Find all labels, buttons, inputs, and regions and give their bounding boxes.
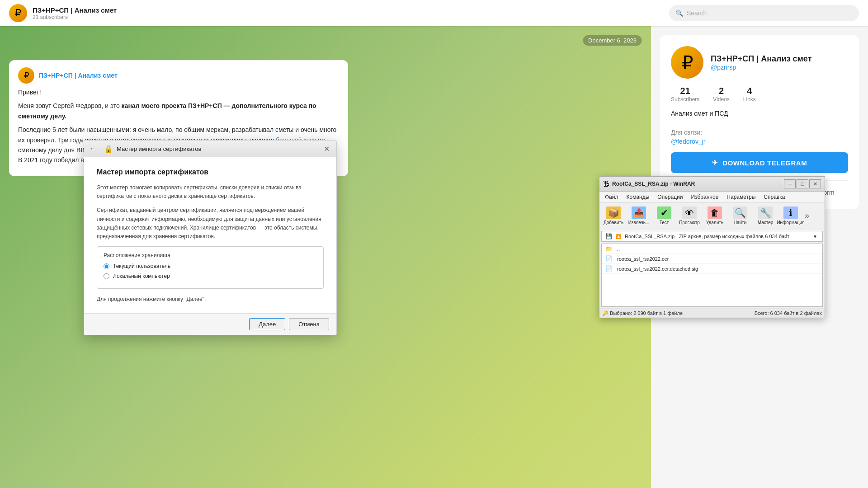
winrar-toolbar: 📦 Добавить 📤 Извлечь... ✔ Тест 👁 Просмот… — [599, 203, 825, 229]
cert-cancel-button[interactable]: Отмена — [289, 318, 329, 330]
winrar-title-icon: 🗜 — [603, 180, 609, 188]
winrar-window[interactable]: 🗜 RootCa_SSL_RSA.zip - WinRAR ─ □ ✕ Файл… — [599, 176, 825, 318]
channel-card-handle[interactable]: @pznrsp — [711, 64, 811, 71]
search-placeholder: Search — [687, 9, 707, 17]
stat-subscribers-label: Subscribers — [671, 96, 699, 103]
channel-name: ПЗ+НР+СП | Анализ смет — [33, 6, 117, 14]
winrar-status-bar: 🔑 Выбрано: 2 090 байт в 1 файле Всего: 6… — [599, 309, 825, 318]
winrar-test-icon: ✔ — [657, 206, 671, 219]
winrar-find-icon: 🔍 — [733, 206, 747, 219]
winrar-find-label: Найти — [734, 220, 747, 225]
cert-next-button[interactable]: Далее — [249, 318, 285, 330]
radio-current-user[interactable]: Текущий пользователь — [104, 263, 317, 269]
winrar-parent-dir[interactable]: 📁 .. — [602, 244, 822, 254]
winrar-file-list: 📁 .. 📄 rootca_ssl_rsa2022.cer 📄 rootca_s… — [601, 244, 823, 307]
winrar-view-icon: 👁 — [682, 206, 697, 219]
channel-title-group: ПЗ+НР+СП | Анализ смет 21 subscribers — [33, 6, 117, 20]
winrar-test-label: Тест — [660, 220, 669, 225]
winrar-file-1[interactable]: 📄 rootca_ssl_rsa2022.cer.detached.sig — [602, 264, 822, 274]
winrar-tool-wizard[interactable]: 🔧 Мастер — [753, 205, 778, 227]
search-icon: 🔍 — [675, 9, 683, 17]
channel-card-header: ₽ ПЗ+НР+СП | Анализ смет @pznrsp — [671, 46, 848, 79]
winrar-restore-button[interactable]: □ — [797, 179, 808, 188]
cert-dialog-footer: Далее Отмена — [84, 313, 336, 335]
winrar-more-tools[interactable]: » — [805, 211, 809, 221]
winrar-menu-favorites[interactable]: Избранное — [688, 192, 722, 202]
cert-dialog[interactable]: ← 🔒 Мастер импорта сертификатов ✕ Мастер… — [84, 140, 337, 335]
winrar-titlebar: 🗜 RootCa_SSL_RSA.zip - WinRAR ─ □ ✕ — [599, 177, 825, 192]
winrar-tool-info[interactable]: ℹ Информация — [778, 205, 803, 227]
winrar-view-label: Просмотр — [679, 220, 700, 225]
winrar-tool-extract[interactable]: 📤 Извлечь... — [627, 205, 651, 227]
winrar-info-label: Информация — [777, 220, 804, 225]
winrar-delete-label: Удалить — [706, 220, 723, 225]
search-bar[interactable]: 🔍 Search — [669, 5, 859, 21]
channel-contact-link[interactable]: @fedorov_jr — [671, 138, 848, 145]
winrar-menu-commands[interactable]: Команды — [623, 192, 653, 202]
winrar-status-right: Всего: 6 034 байт в 2 файлах — [755, 310, 822, 316]
msg-line-2: Меня зовут Сергей Федоров, и это канал м… — [18, 101, 339, 121]
winrar-wizard-icon: 🔧 — [758, 206, 773, 219]
winrar-menu-operations[interactable]: Операции — [654, 192, 686, 202]
winrar-tool-delete[interactable]: 🗑 Удалить — [703, 205, 727, 227]
stat-subscribers: 21 Subscribers — [671, 86, 699, 103]
stat-links-num: 4 — [743, 86, 756, 96]
stat-links-label: Links — [743, 96, 756, 103]
radio-current-user-input[interactable] — [104, 263, 109, 269]
winrar-menu-params[interactable]: Параметры — [723, 192, 759, 202]
winrar-window-buttons: ─ □ ✕ — [784, 179, 821, 188]
stat-videos-num: 2 — [713, 86, 729, 96]
winrar-path-dropdown[interactable]: ▼ — [811, 233, 819, 240]
date-label: December 6, 2023 — [583, 35, 642, 46]
winrar-delete-icon: 🗑 — [708, 206, 722, 219]
topbar: ₽ ПЗ+НР+СП | Анализ смет 21 subscribers … — [0, 0, 868, 26]
cert-dialog-body: Мастер импорта сертификатов Этот мастер … — [84, 157, 336, 313]
winrar-menu-file[interactable]: Файл — [601, 192, 622, 202]
message-sender: ПЗ+НР+СП | Анализ смет — [39, 72, 118, 79]
winrar-tool-view[interactable]: 👁 Просмотр — [677, 205, 702, 227]
channel-card-name: ПЗ+НР+СП | Анализ смет — [711, 54, 811, 64]
radio-local-computer-label: Локальный компьютер — [113, 273, 170, 279]
dialog-back-button[interactable]: ← — [90, 145, 97, 153]
channel-avatar-large: ₽ — [671, 46, 703, 79]
winrar-file-0[interactable]: 📄 rootca_ssl_rsa2022.cer — [602, 254, 822, 264]
winrar-up-button[interactable]: 🔼 — [615, 233, 622, 240]
winrar-path-bar: 💾 🔼 RootCa_SSL_RSA.zip - ZIP архив, разм… — [601, 231, 823, 242]
message-avatar: ₽ — [18, 67, 34, 84]
channel-info[interactable]: ₽ ПЗ+НР+СП | Анализ смет 21 subscribers — [9, 4, 669, 22]
winrar-status-left: 🔑 Выбрано: 2 090 байт в 1 файле — [602, 310, 753, 316]
telegram-icon: ✈ — [712, 159, 718, 167]
winrar-file-1-icon: 📄 — [605, 265, 613, 272]
winrar-tool-find[interactable]: 🔍 Найти — [728, 205, 752, 227]
radio-current-user-label: Текущий пользователь — [113, 263, 170, 269]
winrar-title-text: RootCa_SSL_RSA.zip - WinRAR — [612, 181, 784, 187]
cert-dialog-title-text: Мастер импорта сертификатов — [117, 145, 318, 152]
cert-dialog-close-button[interactable]: ✕ — [322, 144, 331, 153]
cert-dialog-heading: Мастер импорта сертификатов — [97, 168, 324, 176]
radio-local-computer[interactable]: Локальный компьютер — [104, 273, 317, 279]
cert-dialog-hint: Для продолжения нажмите кнопку "Далее". — [97, 296, 324, 302]
stat-videos: 2 Videos — [713, 86, 729, 103]
winrar-tool-test[interactable]: ✔ Тест — [652, 205, 676, 227]
winrar-menu-help[interactable]: Справка — [760, 192, 788, 202]
cert-dialog-title-icon: 🔒 — [104, 145, 113, 153]
winrar-path-text: RootCa_SSL_RSA.zip - ZIP архив, размер и… — [625, 234, 789, 239]
winrar-parent-dir-name: .. — [617, 246, 819, 252]
winrar-close-button[interactable]: ✕ — [809, 179, 821, 188]
winrar-menu-bar: Файл Команды Операции Избранное Параметр… — [599, 192, 825, 203]
winrar-parent-dir-icon: 📁 — [605, 245, 613, 252]
download-btn-label: DOWNLOAD TELEGRAM — [722, 159, 807, 167]
channel-avatar-small: ₽ — [9, 4, 27, 22]
winrar-minimize-button[interactable]: ─ — [784, 179, 796, 188]
winrar-path-icon: 💾 — [605, 233, 612, 239]
stat-links: 4 Links — [743, 86, 756, 103]
winrar-extract-icon: 📤 — [632, 206, 646, 219]
winrar-info-icon: ℹ — [783, 206, 798, 219]
channel-subscribers: 21 subscribers — [33, 14, 117, 20]
winrar-add-label: Добавить — [604, 220, 623, 225]
channel-card-info: ПЗ+НР+СП | Анализ смет @pznrsp — [711, 54, 811, 71]
winrar-tool-add[interactable]: 📦 Добавить — [601, 205, 626, 227]
radio-local-computer-input[interactable] — [104, 273, 109, 279]
cert-storage-box: Расположение хранилища Текущий пользоват… — [97, 246, 324, 289]
download-telegram-button[interactable]: ✈ DOWNLOAD TELEGRAM — [671, 152, 848, 173]
